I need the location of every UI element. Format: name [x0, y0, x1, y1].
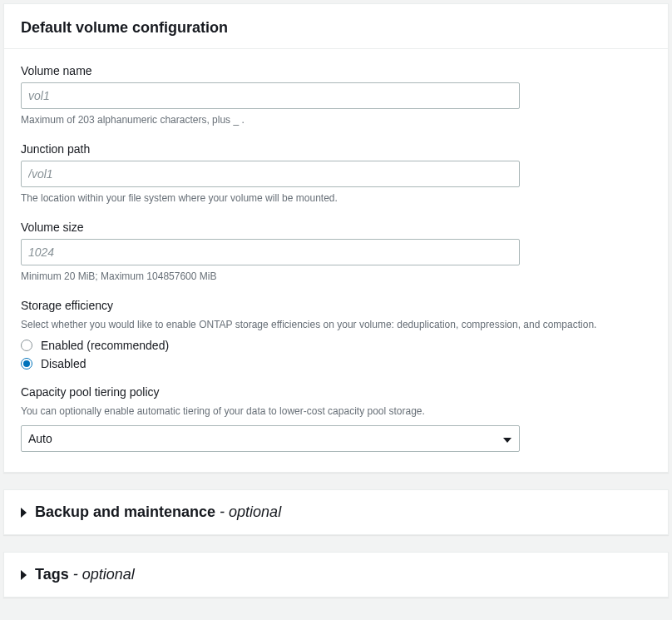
radio-disabled[interactable]: Disabled	[21, 357, 651, 370]
volume-size-label: Volume size	[21, 221, 651, 234]
backup-maintenance-panel: Backup and maintenance - optional	[3, 489, 669, 535]
junction-path-help: The location within your file system whe…	[21, 191, 651, 206]
radio-icon	[21, 340, 32, 351]
panel-body: Volume name Maximum of 203 alphanumeric …	[4, 49, 668, 472]
tiering-policy-help: You can optionally enable automatic tier…	[21, 404, 651, 419]
caret-right-icon	[21, 508, 27, 518]
volume-size-group: Volume size Minimum 20 MiB; Maximum 1048…	[21, 221, 651, 284]
backup-maintenance-header[interactable]: Backup and maintenance - optional	[4, 490, 668, 534]
storage-efficiency-help: Select whether you would like to enable …	[21, 317, 651, 332]
storage-efficiency-group: Storage efficiency Select whether you wo…	[21, 299, 651, 370]
caret-right-icon	[21, 570, 27, 580]
radio-disabled-label: Disabled	[41, 357, 86, 370]
panel-title: Default volume configuration	[21, 19, 651, 37]
storage-efficiency-radios: Enabled (recommended) Disabled	[21, 339, 651, 370]
tags-title: Tags - optional	[35, 566, 135, 583]
junction-path-label: Junction path	[21, 142, 651, 156]
backup-maintenance-title: Backup and maintenance - optional	[35, 503, 281, 521]
volume-name-input[interactable]	[21, 82, 520, 109]
volume-name-group: Volume name Maximum of 203 alphanumeric …	[21, 64, 651, 127]
tiering-policy-select-wrapper: Auto	[21, 425, 520, 452]
footer-actions: Cancel Back Next	[3, 614, 669, 620]
volume-name-help: Maximum of 203 alphanumeric characters, …	[21, 112, 651, 127]
tags-header[interactable]: Tags - optional	[4, 553, 668, 597]
default-volume-config-panel: Default volume configuration Volume name…	[3, 3, 669, 473]
tags-panel: Tags - optional	[3, 552, 669, 598]
junction-path-group: Junction path The location within your f…	[21, 142, 651, 206]
tiering-policy-label: Capacity pool tiering policy	[21, 385, 651, 399]
tiering-policy-group: Capacity pool tiering policy You can opt…	[21, 385, 651, 452]
volume-size-help: Minimum 20 MiB; Maximum 104857600 MiB	[21, 269, 651, 284]
tiering-policy-selected: Auto	[28, 432, 52, 445]
radio-enabled-label: Enabled (recommended)	[41, 339, 169, 352]
volume-size-input[interactable]	[21, 239, 520, 265]
tiering-policy-select[interactable]: Auto	[21, 425, 520, 452]
radio-enabled[interactable]: Enabled (recommended)	[21, 339, 651, 352]
volume-name-label: Volume name	[21, 64, 651, 77]
storage-efficiency-label: Storage efficiency	[21, 299, 651, 312]
junction-path-input[interactable]	[21, 161, 520, 187]
radio-icon	[21, 358, 32, 370]
panel-header: Default volume configuration	[4, 4, 668, 49]
